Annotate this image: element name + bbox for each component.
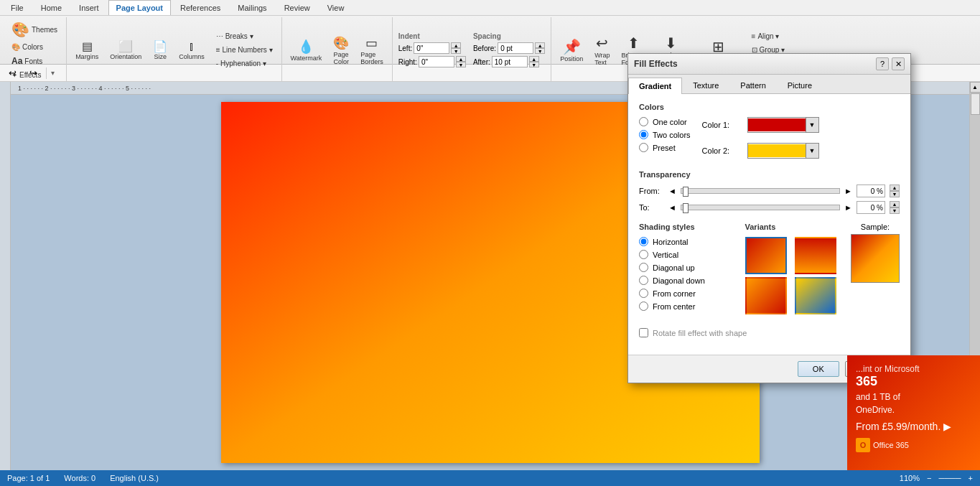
themes-button[interactable]: 🎨 Themes (7, 19, 62, 40)
colors-button[interactable]: 🎨 Colors (7, 41, 62, 53)
size-button[interactable]: 📄 Size (149, 37, 172, 63)
horizontal-radio[interactable] (639, 237, 648, 246)
dialog-tab-texture[interactable]: Texture (682, 77, 729, 93)
diagonal-up-radio[interactable] (639, 263, 648, 272)
tab-review[interactable]: Review (276, 0, 318, 15)
after-up[interactable]: ▲ (529, 56, 539, 62)
dialog-help-button[interactable]: ? (876, 57, 889, 70)
dialog-tab-gradient[interactable]: Gradient (628, 78, 682, 94)
zoom-level: 110% (900, 474, 920, 482)
two-colors-radio[interactable] (639, 130, 648, 139)
tab-view[interactable]: View (319, 0, 353, 15)
align-button[interactable]: ≡ Align ▾ (747, 30, 790, 42)
wrap-text-button[interactable]: ↩ WrapText (590, 32, 614, 69)
before-down[interactable]: ▼ (535, 48, 545, 54)
hyphenation-button[interactable]: ‐ Hyphenation ▾ (212, 57, 277, 70)
page-color-button[interactable]: 🎨 PageColor (329, 32, 353, 68)
indent-left-input[interactable] (414, 42, 449, 54)
color2-label: Color 2: (702, 146, 742, 155)
themes-icon: 🎨 (11, 21, 29, 38)
orientation-button[interactable]: ⬜ Orientation (106, 37, 146, 63)
tab-insert[interactable]: Insert (71, 0, 107, 15)
vertical-radio[interactable] (639, 250, 648, 259)
to-percent-input[interactable] (857, 201, 885, 214)
cancel-button[interactable]: Cancel (845, 361, 900, 377)
dialog-close-button[interactable]: ✕ (892, 57, 905, 70)
diagonal-down-radio[interactable] (639, 276, 648, 285)
toolbar-separator (46, 67, 47, 79)
page-borders-label: PageBorders (360, 51, 383, 65)
undo-button[interactable]: ↩ (4, 65, 21, 80)
indent-right-input[interactable] (419, 56, 454, 67)
tab-mailings[interactable]: Mailings (230, 0, 274, 15)
shading-variants-section: Shading styles Horizontal Vertical Di (639, 223, 900, 319)
indent-left-up[interactable]: ▲ (451, 42, 461, 48)
to-right-arrow: ► (844, 203, 852, 212)
one-color-radio[interactable] (639, 117, 648, 126)
color1-arrow[interactable]: ▼ (806, 118, 818, 132)
variant-1[interactable] (745, 237, 787, 274)
color2-swatch (748, 144, 806, 157)
before-input[interactable] (498, 42, 533, 54)
dialog-tab-picture[interactable]: Picture (777, 77, 823, 93)
from-percent-input[interactable] (857, 184, 885, 197)
toolbar-more: ▾ (51, 69, 55, 77)
from-right-arrow: ► (844, 187, 852, 195)
scroll-thumb[interactable] (971, 93, 980, 115)
align-icon: ≡ (752, 32, 756, 40)
margins-button[interactable]: ▤ Margins (71, 37, 103, 63)
zoom-in-btn[interactable]: + (969, 474, 973, 482)
color1-dropdown[interactable]: ▼ (747, 117, 819, 133)
sample-label: Sample: (861, 223, 890, 231)
wrap-text-icon: ↩ (596, 34, 608, 52)
from-slider[interactable] (681, 188, 840, 194)
scroll-down-button[interactable]: ▼ (970, 459, 981, 470)
ribbon-tabs: File Home Insert Page Layout References … (0, 0, 980, 16)
hyphenation-icon: ‐ (216, 60, 218, 67)
ruler-left (0, 82, 11, 470)
watermark-button[interactable]: 💧 Watermark (286, 36, 327, 65)
from-spin-down[interactable]: ▼ (890, 191, 900, 197)
after-input[interactable] (492, 56, 528, 67)
rotate-fill-checkbox[interactable] (639, 328, 648, 337)
from-corner-radio[interactable] (639, 289, 648, 298)
before-up[interactable]: ▲ (535, 42, 545, 48)
watermark-icon: 💧 (298, 39, 314, 55)
page-borders-button[interactable]: ▭ PageBorders (356, 32, 388, 68)
tab-file[interactable]: File (3, 0, 32, 15)
zoom-slider[interactable]: ──── (938, 474, 961, 482)
line-numbers-button[interactable]: ≡ Line Numbers ▾ (212, 44, 277, 56)
preset-radio[interactable] (639, 143, 648, 152)
variant-4[interactable] (795, 277, 836, 314)
after-down[interactable]: ▼ (529, 62, 539, 67)
zoom-out-btn[interactable]: − (927, 474, 931, 482)
tab-page-layout[interactable]: Page Layout (108, 0, 171, 15)
variant-2[interactable] (795, 237, 836, 274)
variant-3[interactable] (745, 277, 787, 314)
status-bar: Page: 1 of 1 Words: 0 English (U.S.) 110… (0, 470, 980, 486)
to-spin-up[interactable]: ▲ (890, 201, 900, 207)
tab-references[interactable]: References (172, 0, 228, 15)
dialog-controls: ? ✕ (876, 57, 905, 70)
to-spin-down[interactable]: ▼ (890, 207, 900, 214)
tab-home[interactable]: Home (33, 0, 70, 15)
position-button[interactable]: 📌 Position (556, 35, 587, 65)
scroll-up-button[interactable]: ▲ (970, 82, 981, 93)
breaks-button[interactable]: ⋯ Breaks ▾ (212, 30, 277, 42)
from-center-radio[interactable] (639, 302, 648, 311)
redo-button[interactable]: ↪ (25, 65, 42, 80)
indent-right-up[interactable]: ▲ (456, 56, 466, 62)
from-spin-up[interactable]: ▲ (890, 184, 900, 191)
dialog-tab-pattern[interactable]: Pattern (729, 77, 776, 93)
indent-right-down[interactable]: ▼ (456, 62, 466, 67)
dialog-title: Fill Effects (634, 59, 678, 69)
ok-button[interactable]: OK (798, 361, 839, 377)
color2-dropdown[interactable]: ▼ (747, 143, 819, 159)
margins-label: Margins (75, 53, 98, 60)
columns-button[interactable]: ⫿ Columns (174, 37, 209, 63)
words-info: Words: 0 (64, 474, 95, 482)
variants-grid (745, 237, 843, 314)
to-slider[interactable] (681, 205, 840, 210)
color2-arrow[interactable]: ▼ (806, 144, 818, 158)
indent-left-down[interactable]: ▼ (451, 48, 461, 54)
